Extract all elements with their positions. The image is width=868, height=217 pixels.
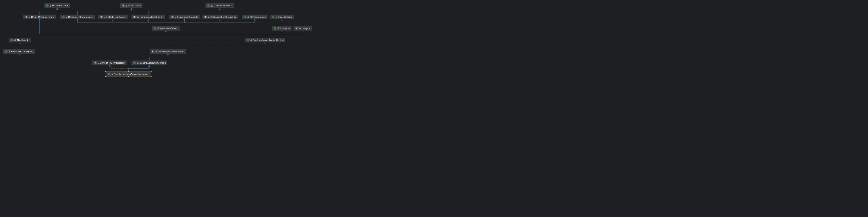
class-node-AliasRegistry[interactable]: IAliasRegistry — [9, 38, 31, 42]
lock-icon — [126, 5, 128, 7]
interface-icon: I — [154, 27, 156, 30]
class-node-ResourceLoader[interactable]: IResourceLoader — [44, 3, 70, 8]
interface-icon: I — [122, 4, 125, 7]
interface-icon: I — [10, 39, 13, 41]
class-node-AbstractApplicationContext[interactable]: CAbstractApplicationContext — [150, 49, 186, 54]
class-node-label: AutoCloseable — [278, 16, 292, 18]
annotation-icon: @ — [207, 4, 210, 7]
class-node-label: HierarchicalBeanFactory — [140, 16, 163, 18]
class-node-label: MessageSource — [250, 16, 266, 18]
class-icon: C — [107, 73, 110, 75]
lock-icon — [155, 50, 157, 52]
interface-icon: I — [247, 39, 249, 41]
class-node-label: AbstractApplicationContext — [158, 50, 184, 53]
class-node-label: BeanDefinitionRegistry — [11, 50, 34, 53]
lock-icon — [275, 16, 277, 18]
class-icon: C — [25, 15, 28, 19]
selection-handle[interactable] — [151, 76, 152, 77]
lock-icon — [299, 27, 301, 29]
interface-icon: I — [171, 15, 174, 19]
lock-icon — [277, 27, 279, 29]
class-node-label: ListableBeanFactory — [106, 16, 126, 18]
interface-icon: I — [46, 4, 49, 7]
interface-icon: I — [295, 27, 298, 30]
class-node-label: AnnotationConfigRegistry — [100, 62, 125, 64]
interface-icon: I — [100, 15, 103, 19]
class-node-Lifecycle[interactable]: ILifecycle — [293, 26, 312, 31]
class-node-label: ConfigurableApplicationContext — [253, 39, 284, 41]
class-node-ApplicationEventPublisher[interactable]: IApplicationEventPublisher — [202, 14, 238, 20]
class-node-AutoCloseable[interactable]: IAutoCloseable — [270, 14, 294, 20]
class-node-AnnotationConfigApplicationContext[interactable]: CAnnotationConfigApplicationContext — [106, 72, 151, 76]
class-node-BeanFactory[interactable]: IBeanFactory — [120, 3, 143, 8]
class-node-DefaultResourceLoader[interactable]: CDefaultResourceLoader — [23, 14, 56, 20]
selection-handle[interactable] — [128, 71, 129, 72]
class-node-ResourcePatternResolver[interactable]: IResourcePatternResolver — [60, 14, 95, 20]
lock-icon — [175, 16, 177, 18]
lock-icon — [28, 16, 30, 18]
class-node-Closeable[interactable]: ICloseable — [272, 26, 292, 31]
lock-icon — [208, 16, 210, 18]
selection-handle[interactable] — [105, 76, 106, 77]
interface-icon: I — [62, 15, 65, 19]
lock-icon — [50, 5, 51, 7]
interface-icon: I — [274, 27, 276, 30]
class-node-label: BeanFactory — [128, 4, 141, 7]
class-node-label: EnvironmentCapable — [177, 16, 198, 18]
interface-icon: I — [204, 15, 207, 19]
lock-icon — [65, 16, 67, 18]
class-hierarchy-diagram[interactable]: IResourceLoaderIBeanFactory@FunctionalIn… — [0, 0, 313, 78]
class-node-label: Closeable — [280, 27, 290, 30]
lock-icon — [111, 73, 113, 75]
lock-icon — [103, 16, 105, 18]
lock-icon — [250, 39, 252, 41]
lock-icon — [137, 16, 139, 18]
lock-icon — [8, 50, 10, 52]
class-node-label: ResourceLoader — [52, 4, 68, 7]
class-icon: C — [152, 50, 154, 53]
selection-handle[interactable] — [151, 71, 152, 72]
lock-icon — [98, 62, 99, 64]
class-node-ConfigurableApplicationContext[interactable]: IConfigurableApplicationContext — [245, 38, 285, 42]
lock-icon — [137, 62, 139, 64]
class-node-label: ApplicationEventPublisher — [211, 16, 236, 18]
interface-icon: I — [5, 50, 8, 53]
interface-icon: I — [272, 15, 275, 19]
class-node-label: AnnotationConfigApplicationContext — [114, 73, 149, 75]
class-node-GenericApplicationContext[interactable]: CGenericApplicationContext — [131, 61, 167, 65]
class-node-label: Lifecycle — [302, 27, 310, 30]
class-node-label: FunctionalInterface — [214, 4, 232, 7]
lock-icon — [247, 16, 249, 18]
selection-handle[interactable] — [105, 71, 106, 72]
class-node-HierarchicalBeanFactory[interactable]: IHierarchicalBeanFactory — [131, 14, 165, 20]
class-icon: C — [133, 62, 136, 64]
class-node-BeanDefinitionRegistry[interactable]: IBeanDefinitionRegistry — [3, 49, 35, 54]
class-node-label: ApplicationContext — [160, 27, 178, 30]
lock-icon — [14, 39, 16, 41]
class-node-FunctionalInterface[interactable]: @FunctionalInterface — [205, 3, 234, 8]
interface-icon: I — [244, 15, 246, 19]
class-node-EnvironmentCapable[interactable]: IEnvironmentCapable — [169, 14, 200, 20]
lock-icon — [211, 5, 213, 7]
interface-icon: I — [94, 62, 97, 64]
interface-icon: I — [133, 15, 136, 19]
class-node-label: ResourcePatternResolver — [68, 16, 93, 18]
class-node-MessageSource[interactable]: IMessageSource — [242, 14, 268, 20]
class-node-AnnotationConfigRegistry[interactable]: IAnnotationConfigRegistry — [92, 61, 127, 65]
class-node-label: DefaultResourceLoader — [31, 16, 54, 18]
selection-handle[interactable] — [128, 76, 129, 77]
lock-icon — [157, 27, 159, 29]
class-node-ListableBeanFactory[interactable]: IListableBeanFactory — [98, 14, 128, 20]
class-node-label: GenericApplicationContext — [140, 62, 165, 64]
class-node-ApplicationContext[interactable]: IApplicationContext — [152, 26, 180, 31]
class-node-label: AliasRegistry — [17, 39, 30, 41]
